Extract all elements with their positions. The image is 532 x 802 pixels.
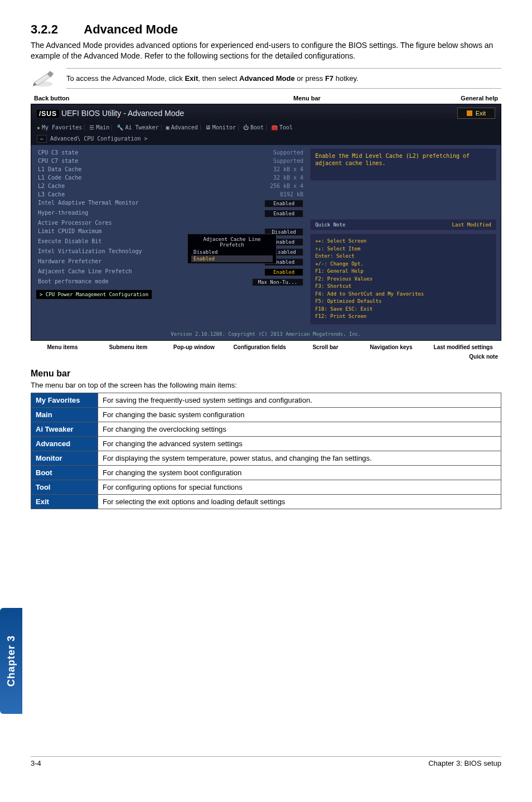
monitor-icon: 🖥 — [205, 124, 211, 131]
table-row: ToolFor configuring options for special … — [31, 480, 501, 494]
config-value: 8192 kB — [280, 191, 303, 197]
table-desc: For selecting the exit options and loadi… — [98, 494, 501, 509]
table-row: BootFor changing the system boot configu… — [31, 465, 501, 480]
nav-key-line: F10: Save ESC: Exit — [315, 306, 491, 313]
exit-button[interactable]: Exit — [457, 108, 495, 119]
label-general-help: General help — [461, 95, 498, 102]
label-back-button: Back button — [34, 95, 70, 102]
config-value: Supported — [273, 158, 303, 164]
popup-option-enabled[interactable]: Enabled — [191, 255, 273, 262]
callout-quick-note: Quick note — [31, 354, 501, 360]
brand-logo: /SUS — [37, 110, 59, 118]
wrench-icon: 🔧 — [117, 124, 123, 131]
config-row: L2 Cache256 kB x 4 — [36, 182, 306, 190]
chip-icon: ▣ — [166, 124, 170, 131]
menubar-intro: The menu bar on top of the screen has th… — [31, 381, 501, 389]
intro-paragraph: The Advanced Mode provides advanced opti… — [31, 40, 501, 61]
top-label-row: Back button Menu bar General help — [31, 94, 501, 103]
nav-key-line: ↑↓: Select Item — [315, 245, 491, 253]
nav-key-line: F3: Shortcut — [315, 283, 491, 291]
config-row[interactable]: Hyper-threadingEnabled — [36, 209, 306, 219]
nav-key-line: F2: Previous Values — [315, 276, 491, 283]
table-row: ExitFor selecting the exit options and l… — [31, 494, 501, 509]
callout-config-fields: Configuration fields — [228, 344, 292, 350]
navigation-keys-box: ++: Select Screen↑↓: Select ItemEnter: S… — [310, 234, 496, 325]
back-button[interactable]: ← — [37, 135, 47, 143]
exit-icon — [467, 110, 472, 116]
bios-screenshot: /SUS UEFI BIOS Utility - Advanced Mode E… — [31, 104, 501, 341]
config-value: Enabled — [264, 210, 303, 218]
general-help-box: Enable the Mid Level Cache (L2) prefetch… — [310, 148, 496, 181]
config-label: L1 Data Cache — [38, 166, 81, 172]
table-desc: For saving the frequently-used system se… — [98, 393, 501, 407]
config-value: 32 kB x 4 — [273, 175, 303, 181]
callout-menu-items: Menu items — [31, 344, 94, 350]
menu-advanced[interactable]: ▣ Advanced — [164, 124, 201, 131]
menu-ai-tweaker[interactable]: 🔧 Ai Tweaker — [114, 124, 161, 131]
config-row: CPU C7 stateSupported — [36, 157, 306, 165]
table-key: Monitor — [31, 451, 98, 465]
config-label: Limit CPUID Maximum — [38, 228, 101, 236]
menu-tool[interactable]: 🧰 Tool — [269, 124, 295, 131]
last-modified-label[interactable]: Last Modified — [452, 222, 491, 228]
popup-title: Adjacent Cache Line Prefetch — [191, 235, 273, 249]
config-label: Intel Adaptive Thermal Monitor — [38, 200, 139, 207]
nav-key-line: ++: Select Screen — [315, 238, 491, 245]
label-menu-bar: Menu bar — [293, 95, 321, 102]
section-heading: 3.2.2 Advanced Mode — [31, 22, 501, 37]
bios-titlebar: /SUS UEFI BIOS Utility - Advanced Mode E… — [31, 104, 501, 122]
table-desc: For displaying the system temperature, p… — [98, 451, 501, 465]
table-key: My Favorites — [31, 393, 98, 407]
nav-key-line: Enter: Select — [315, 253, 491, 260]
table-row: My FavoritesFor saving the frequently-us… — [31, 393, 501, 407]
footer-chapter: Chapter 3: BIOS setup — [428, 759, 501, 767]
config-value: Max Non-Tu... — [252, 278, 303, 286]
config-label: CPU C3 state — [38, 149, 78, 156]
tool-icon: 🧰 — [271, 124, 278, 131]
bios-breadcrumb: ← Advanced\ CPU Configuration > — [31, 133, 501, 145]
menu-main[interactable]: ☰ Main — [87, 124, 112, 131]
page-footer: 3-4 Chapter 3: BIOS setup — [31, 756, 501, 767]
config-label: CPU C7 state — [38, 158, 78, 164]
config-label: Hyper-threading — [38, 210, 88, 218]
bios-footer: Version 2.10.1208. Copyright (C) 2013 Am… — [31, 329, 501, 340]
callout-popup-window: Pop-up window — [162, 344, 226, 350]
config-label: Hardware Prefetcher — [38, 258, 101, 266]
list-icon: ☰ — [89, 124, 94, 131]
breadcrumb-text: Advanced\ CPU Configuration > — [50, 136, 148, 142]
note-text: To access the Advanced Mode, click Exit,… — [66, 68, 501, 89]
table-desc: For changing the basic system configurat… — [98, 407, 501, 422]
config-row[interactable]: Boot performance modeMax Non-Tu... — [36, 277, 306, 287]
config-row[interactable]: Adjacent Cache Line PrefetchEnabled — [36, 267, 306, 277]
config-row: L3 Cache8192 kB — [36, 190, 306, 199]
config-value: 256 kB x 4 — [270, 183, 303, 189]
table-row: MainFor changing the basic system config… — [31, 407, 501, 422]
table-key: Exit — [31, 494, 98, 509]
menu-monitor[interactable]: 🖥 Monitor — [203, 124, 239, 131]
submenu-item[interactable]: > CPU Power Management Configuration — [36, 289, 152, 299]
config-value: Enabled — [264, 268, 303, 276]
config-label: L3 Cache — [38, 191, 65, 197]
config-label: L1 Code Cache — [38, 175, 81, 181]
table-key: Ai Tweaker — [31, 422, 98, 436]
config-row: L1 Data Cache32 kB x 4 — [36, 165, 306, 173]
bios-title: UEFI BIOS Utility - Advanced Mode — [61, 109, 184, 118]
config-row: Active Processor Cores — [36, 219, 306, 227]
nav-key-line: F12: Print Screen — [315, 313, 491, 321]
table-key: Tool — [31, 480, 98, 494]
bios-menubar: ★My Favorites ☰ Main 🔧 Ai Tweaker ▣ Adva… — [31, 122, 501, 133]
power-icon: ⏻ — [243, 124, 249, 131]
menu-favorites[interactable]: ★My Favorites — [35, 124, 85, 131]
callout-navigation-keys: Navigation keys — [359, 344, 423, 350]
config-row[interactable]: Intel Adaptive Thermal MonitorEnabled — [36, 199, 306, 209]
callout-scroll-bar: Scroll bar — [294, 344, 357, 350]
menu-boot[interactable]: ⏻ Boot — [241, 124, 267, 131]
table-key: Boot — [31, 465, 98, 480]
config-label: Intel Virtualization Technology — [38, 248, 142, 256]
config-row: L1 Code Cache32 kB x 4 — [36, 173, 306, 182]
nav-key-line: F1: General Help — [315, 268, 491, 276]
quick-note-label[interactable]: Quick Note — [315, 222, 345, 228]
popup-option-disabled[interactable]: Disabled — [191, 249, 273, 255]
note-row: To access the Advanced Mode, click Exit,… — [31, 68, 501, 89]
table-key: Advanced — [31, 436, 98, 451]
